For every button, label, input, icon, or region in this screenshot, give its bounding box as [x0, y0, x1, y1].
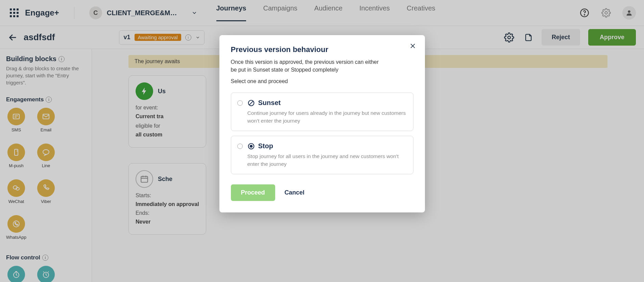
modal-scrim[interactable]: Previous version behaviour Once this ver… — [0, 0, 644, 282]
stop-icon — [247, 143, 255, 150]
modal-close-button[interactable] — [409, 43, 416, 49]
modal-title: Previous version behaviour — [231, 45, 413, 54]
option-stop-desc: Stop journey for all users in the journe… — [247, 153, 406, 168]
option-sunset-desc: Continue journey for users already in th… — [247, 109, 406, 125]
option-sunset-title: Sunset — [258, 99, 281, 107]
previous-version-modal: Previous version behaviour Once this ver… — [219, 35, 425, 212]
modal-desc: Once this version is approved, the previ… — [231, 58, 383, 74]
radio-unselected — [237, 100, 243, 106]
proceed-button[interactable]: Proceed — [231, 184, 275, 201]
close-icon — [409, 43, 416, 49]
option-stop[interactable]: Stop Stop journey for all users in the j… — [231, 136, 413, 174]
svg-point-31 — [250, 145, 252, 147]
option-sunset[interactable]: Sunset Continue journey for users alread… — [231, 93, 413, 131]
option-stop-title: Stop — [258, 142, 273, 150]
cancel-button[interactable]: Cancel — [285, 189, 305, 196]
svg-line-29 — [249, 101, 253, 105]
sunset-icon — [247, 99, 255, 107]
modal-select-text: Select one and proceed — [231, 78, 413, 84]
modal-actions: Proceed Cancel — [231, 184, 413, 201]
radio-unselected — [237, 144, 243, 149]
